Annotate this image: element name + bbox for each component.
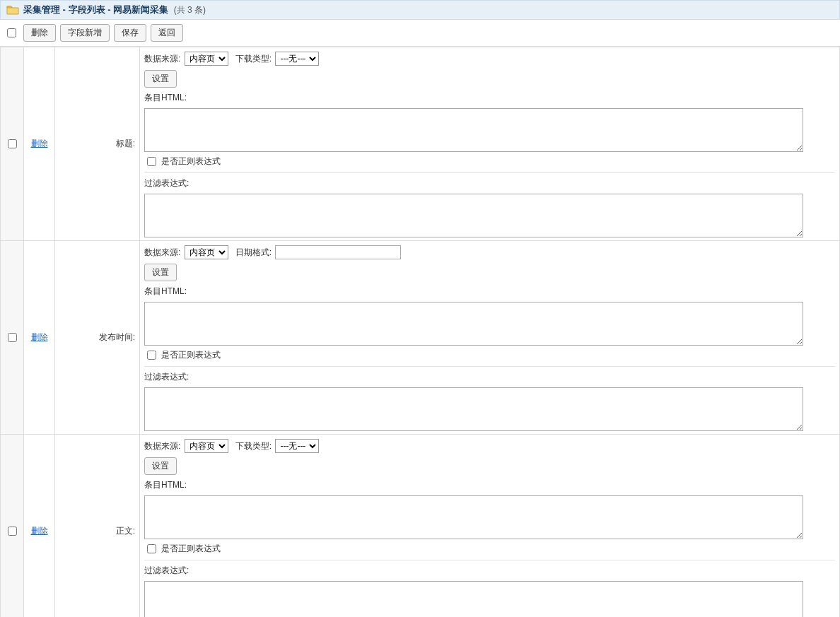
- date-format-input[interactable]: [275, 245, 401, 259]
- data-source-select[interactable]: 内容页: [185, 52, 228, 66]
- is-regex-label: 是否正则表达式: [161, 543, 221, 555]
- is-regex-label: 是否正则表达式: [161, 155, 221, 168]
- data-source-label: 数据来源:: [144, 441, 180, 451]
- is-regex-label: 是否正则表达式: [161, 349, 221, 361]
- row-checkbox[interactable]: [8, 527, 17, 536]
- filter-expr-label: 过滤表达式:: [144, 372, 189, 382]
- record-count: (共 3 条): [174, 5, 206, 15]
- item-html-textarea[interactable]: [144, 108, 803, 152]
- page-title: 采集管理 - 字段列表 - 网易新闻采集 (共 3 条): [23, 4, 206, 16]
- is-regex-wrapper[interactable]: 是否正则表达式: [144, 542, 221, 556]
- row-checkbox[interactable]: [8, 333, 17, 342]
- filter-expr-textarea[interactable]: [144, 581, 803, 617]
- folder-icon: [6, 4, 19, 16]
- item-html-label: 条目HTML:: [144, 286, 187, 296]
- filter-expr-textarea[interactable]: [144, 387, 803, 431]
- data-source-select[interactable]: 内容页: [185, 245, 228, 259]
- field-name-label: 正文:: [55, 435, 140, 618]
- is-regex-checkbox[interactable]: [147, 157, 156, 166]
- data-source-label: 数据来源:: [144, 54, 180, 64]
- field-name-label: 发布时间:: [55, 241, 140, 435]
- field-name-label: 标题:: [55, 47, 140, 241]
- delete-button[interactable]: 删除: [23, 24, 56, 42]
- filter-expr-label: 过滤表达式:: [144, 178, 189, 188]
- download-type-select[interactable]: ---无---: [275, 52, 319, 66]
- filter-expr-label: 过滤表达式:: [144, 565, 189, 575]
- item-html-label: 条目HTML:: [144, 480, 187, 490]
- select-all-checkbox[interactable]: [7, 28, 16, 37]
- is-regex-checkbox[interactable]: [147, 544, 156, 553]
- is-regex-wrapper[interactable]: 是否正则表达式: [144, 155, 221, 168]
- filter-expr-textarea[interactable]: [144, 194, 803, 237]
- item-html-label: 条目HTML:: [144, 93, 187, 102]
- save-button[interactable]: 保存: [114, 24, 146, 42]
- separator: [144, 172, 835, 173]
- is-regex-checkbox[interactable]: [147, 351, 156, 360]
- add-field-button[interactable]: 字段新增: [60, 24, 110, 42]
- download-type-select[interactable]: ---无---: [275, 439, 319, 453]
- toolbar: 删除 字段新增 保存 返回: [0, 20, 840, 47]
- download-type-label: 下载类型:: [235, 54, 272, 64]
- row-delete-link[interactable]: 删除: [31, 332, 48, 342]
- item-html-textarea[interactable]: [144, 495, 803, 539]
- table-row: 删除 标题: 数据来源: 内容页 下载类型: ---无--- 设置 条目HTML…: [1, 47, 840, 241]
- data-source-select[interactable]: 内容页: [185, 439, 228, 453]
- fields-table: 删除 标题: 数据来源: 内容页 下载类型: ---无--- 设置 条目HTML…: [0, 47, 840, 617]
- separator: [144, 366, 835, 367]
- is-regex-wrapper[interactable]: 是否正则表达式: [144, 348, 221, 362]
- table-row: 删除 发布时间: 数据来源: 内容页 日期格式: 设置 条目HTML:: [1, 241, 840, 435]
- download-type-label: 下载类型:: [235, 441, 272, 451]
- back-button[interactable]: 返回: [151, 24, 183, 42]
- data-source-label: 数据来源:: [144, 247, 180, 257]
- page-header: 采集管理 - 字段列表 - 网易新闻采集 (共 3 条): [0, 0, 840, 20]
- row-delete-link[interactable]: 删除: [31, 526, 48, 536]
- row-checkbox[interactable]: [8, 139, 17, 148]
- item-html-textarea[interactable]: [144, 302, 803, 346]
- separator: [144, 560, 835, 560]
- date-format-label: 日期格式:: [235, 247, 272, 257]
- table-row: 删除 正文: 数据来源: 内容页 下载类型: ---无--- 设置 条目HTML…: [1, 435, 840, 618]
- settings-button[interactable]: 设置: [144, 70, 177, 88]
- settings-button[interactable]: 设置: [144, 264, 177, 281]
- row-delete-link[interactable]: 删除: [31, 139, 48, 148]
- settings-button[interactable]: 设置: [144, 457, 177, 475]
